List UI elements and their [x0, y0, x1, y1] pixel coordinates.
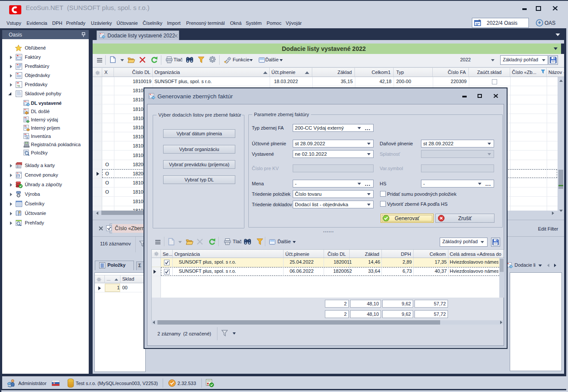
svg-text:#: #: [19, 210, 21, 214]
svg-text:77: 77: [17, 174, 20, 177]
svg-text:%: %: [17, 84, 20, 88]
svg-text:Σ: Σ: [27, 136, 29, 139]
